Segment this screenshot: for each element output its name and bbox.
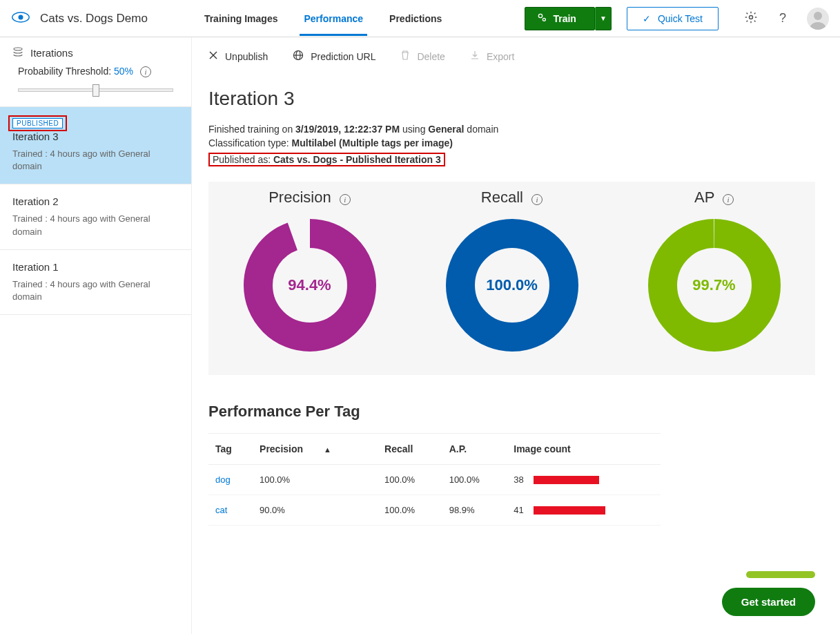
delete-label: Delete [417,51,445,62]
export-button: Export [470,50,514,63]
tag-link[interactable]: dog [215,474,231,485]
settings-button[interactable] [743,11,759,26]
cell-precision: 90.0% [253,495,378,526]
svg-point-6 [14,48,22,50]
cell-recall: 100.0% [378,495,442,526]
svg-point-1 [19,15,23,20]
caret-down-icon: ▼ [600,15,607,22]
table-row: dog 100.0% 100.0% 100.0% 38 [208,465,661,495]
train-button[interactable]: Train [525,7,594,30]
floating-cta: Get started [722,571,815,616]
ap-value: 99.7% [645,216,783,354]
metric-label: AP [694,189,714,206]
performance-per-tag-title: Performance Per Tag [208,403,840,421]
cell-recall: 100.0% [378,465,442,495]
unpublish-label: Unpublish [225,51,268,62]
quick-test-button[interactable]: ✓ Quick Test [627,7,719,30]
iteration-item-3[interactable]: PUBLISHED Iteration 3 Trained : 4 hours … [0,106,191,184]
help-button[interactable]: ? [775,11,790,26]
info-icon[interactable]: i [140,66,151,77]
classification-type-line: Classification type: Multilabel (Multipl… [208,137,840,148]
top-bar: Cats vs. Dogs Demo Training Images Perfo… [0,0,840,37]
info-icon[interactable]: i [531,194,543,205]
metric-label: Recall [481,189,523,206]
iteration-subtitle: Trained : 4 hours ago with General domai… [12,213,179,238]
logo-eye-icon [11,10,30,26]
col-image-count[interactable]: Image count [507,434,661,465]
cell-ap: 98.9% [442,495,507,526]
iteration-name: Iteration 3 [12,131,179,142]
progress-pill [746,571,815,578]
slider-thumb[interactable] [92,84,99,97]
question-icon: ? [779,11,786,26]
download-icon [470,50,480,63]
precision-value: 94.4% [241,216,379,354]
count-bar [534,476,599,484]
iteration-subtitle: Trained : 4 hours ago with General domai… [12,278,179,303]
close-icon [208,50,218,62]
delete-button: Delete [400,50,445,63]
threshold-value: 50% [114,66,133,77]
metrics-panel: Precision i 94.4% Recall i 100.0% [208,182,815,375]
col-recall[interactable]: Recall [378,434,442,465]
iteration-item-2[interactable]: Iteration 2 Trained : 4 hours ago with G… [0,184,191,249]
main-panel: Unpublish Prediction URL Delete Export I… [192,37,840,634]
quick-test-label: Quick Test [658,13,703,24]
train-label: Train [553,13,576,24]
col-ap[interactable]: A.P. [442,434,507,465]
probability-threshold: Probability Threshold: 50% i [0,66,191,106]
globe-icon [293,50,304,63]
train-button-group: Train ▼ [525,7,611,30]
count-bar [534,506,605,515]
main-tabs: Training Images Performance Predictions [192,2,454,35]
iterations-label: Iterations [30,47,73,59]
threshold-label: Probability Threshold: [18,66,111,77]
sidebar: Iterations Probability Threshold: 50% i … [0,37,192,634]
published-as-line: Published as: Cats vs. Dogs - Published … [208,153,445,166]
info-icon[interactable]: i [340,194,351,205]
trash-icon [400,50,410,63]
user-avatar[interactable] [807,8,829,30]
published-badge: PUBLISHED [12,118,63,128]
get-started-button[interactable]: Get started [722,588,815,616]
threshold-slider[interactable] [18,83,173,97]
cell-count: 38 [514,474,523,485]
metric-precision: Precision i 94.4% [208,189,411,354]
prediction-url-label: Prediction URL [311,51,375,62]
svg-point-4 [750,16,753,19]
iteration-name: Iteration 2 [12,195,179,207]
metric-ap: AP i 99.7% [613,189,815,354]
iteration-subtitle: Trained : 4 hours ago with General domai… [12,148,179,173]
project-title: Cats vs. Dogs Demo [40,12,148,26]
unpublish-button[interactable]: Unpublish [208,50,268,62]
finished-training-line: Finished training on 3/19/2019, 12:22:37… [208,124,840,135]
tab-performance[interactable]: Performance [291,2,375,35]
info-icon[interactable]: i [723,194,734,205]
iteration-item-1[interactable]: Iteration 1 Trained : 4 hours ago with G… [0,250,191,315]
metric-label: Precision [268,189,331,206]
train-dropdown-button[interactable]: ▼ [595,7,612,30]
tag-link[interactable]: cat [215,505,227,515]
cell-precision: 100.0% [253,465,378,495]
tab-training-images[interactable]: Training Images [192,2,291,35]
iterations-header: Iterations [0,37,191,66]
svg-point-3 [543,18,546,21]
prediction-url-button[interactable]: Prediction URL [293,50,375,63]
export-label: Export [487,51,514,62]
iteration-name: Iteration 1 [12,261,179,273]
metric-recall: Recall i 100.0% [411,189,613,354]
gear-icon [744,10,758,26]
svg-point-2 [539,14,543,17]
cell-ap: 100.0% [442,465,507,495]
cell-count: 41 [514,505,523,515]
gears-icon [536,12,547,25]
col-tag[interactable]: Tag [208,434,253,465]
sort-caret-up-icon: ▲ [324,445,331,454]
check-icon: ✓ [643,13,651,24]
table-row: cat 90.0% 100.0% 98.9% 41 [208,495,661,526]
stack-icon [12,47,23,59]
svg-point-5 [814,12,822,20]
tab-predictions[interactable]: Predictions [377,2,454,35]
col-precision[interactable]: Precision▲ [253,434,378,465]
iteration-title: Iteration 3 [208,88,840,110]
